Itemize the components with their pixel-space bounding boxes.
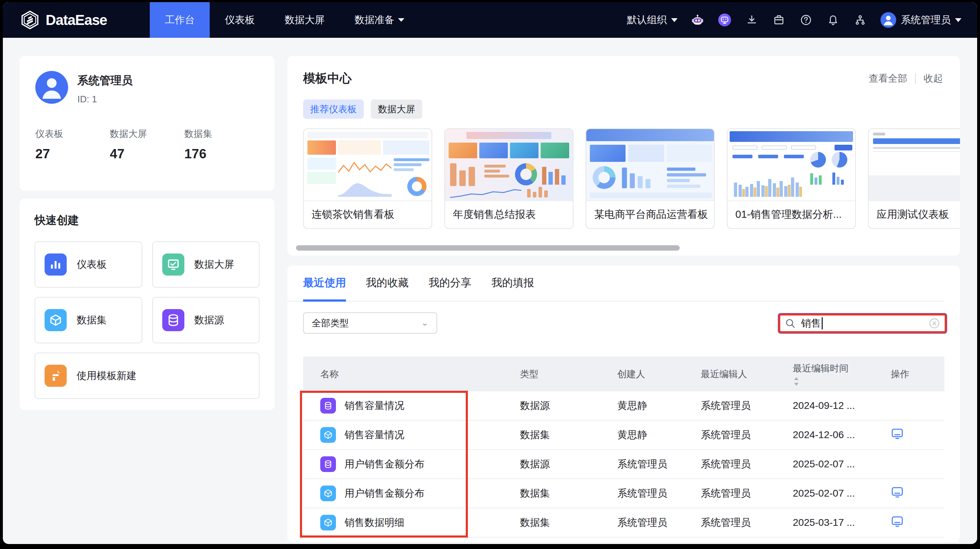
dataset-icon (320, 486, 336, 501)
org-tree-icon[interactable] (853, 13, 867, 27)
dataset-icon (320, 515, 336, 530)
create-from-template-button[interactable]: 使用模板新建 (35, 352, 259, 399)
table-header-row: 名称 类型 创建人 最近编辑人 最近编辑时间 操作 (303, 357, 944, 392)
datasource-icon (320, 456, 336, 472)
chevron-down-icon (955, 18, 961, 22)
template-card-list: 连锁茶饮销售看板 (303, 129, 960, 229)
quick-create-title: 快速创建 (35, 213, 259, 228)
dataease-workbench: DataEase 工作台 仪表板 数据大屏 数据准备 默认组织 (3, 2, 977, 544)
type-filter-select[interactable]: 全部类型 ⌄ (303, 312, 437, 334)
copilot-icon[interactable] (718, 13, 732, 27)
sort-icon[interactable] (793, 377, 800, 386)
col-creator: 创建人 (617, 368, 701, 380)
avatar (35, 71, 68, 104)
nav-tab-data-prep[interactable]: 数据准备 (339, 2, 419, 38)
stat-datasets: 数据集 176 (185, 128, 259, 162)
template-center-title: 模板中心 (303, 70, 352, 87)
template-card[interactable]: 应用测试仪表板 (868, 129, 960, 229)
stat-dashboards: 仪表板 27 (35, 128, 110, 162)
user-menu[interactable]: 系统管理员 (880, 12, 961, 28)
table-row[interactable]: 用户销售金额分布 数据集 系统管理员 系统管理员 2025-02-07 ... (303, 479, 944, 508)
view-all-link[interactable]: 查看全部 (869, 72, 907, 85)
main-nav-tabs: 工作台 仪表板 数据大屏 数据准备 (150, 2, 419, 38)
col-actions: 操作 (891, 368, 944, 380)
clear-search-icon[interactable] (928, 317, 940, 329)
tab-recommended-dashboards[interactable]: 推荐仪表板 (303, 100, 364, 119)
col-name: 名称 (320, 368, 520, 380)
recent-panel: 最近使用 我的收藏 我的分享 我的填报 全部类型 ⌄ 销售 (288, 266, 960, 542)
template-card[interactable]: 年度销售总结报表 (444, 129, 573, 229)
tab-recently-used[interactable]: 最近使用 (303, 276, 346, 301)
create-dashboard-button[interactable]: 仪表板 (35, 241, 142, 288)
toolbox-icon[interactable] (772, 13, 786, 27)
col-type: 类型 (520, 368, 617, 380)
chevron-down-icon: ⌄ (421, 319, 429, 328)
recent-table: 名称 类型 创建人 最近编辑人 最近编辑时间 操作 销售容 (303, 357, 944, 538)
text-cursor (822, 317, 823, 329)
profile-stats: 仪表板 27 数据大屏 47 数据集 176 (35, 128, 259, 162)
stat-bigscreens: 数据大屏 47 (110, 128, 185, 162)
tab-my-shares[interactable]: 我的分享 (429, 276, 471, 301)
search-input[interactable]: 销售 (778, 313, 947, 334)
chevron-down-icon (671, 18, 678, 22)
create-dataset-button[interactable]: 数据集 (35, 297, 142, 343)
template-icon (45, 365, 67, 387)
template-card[interactable]: 01-销售管理数据分析... (727, 129, 856, 229)
template-thumbnail (445, 129, 573, 201)
table-row[interactable]: 销售容量情况 数据源 黄思静 系统管理员 2024-09-12 ... (303, 392, 944, 420)
avatar (880, 12, 897, 28)
cube-icon (45, 309, 67, 331)
divider (915, 73, 916, 84)
search-value: 销售 (801, 317, 821, 330)
bar-chart-icon (45, 254, 67, 276)
table-row[interactable]: 销售数据明细 数据集 系统管理员 系统管理员 2025-03-17 ... (303, 508, 944, 538)
nav-tab-bigscreens[interactable]: 数据大屏 (270, 2, 339, 38)
create-bigscreen-button[interactable]: 数据大屏 (152, 241, 260, 288)
database-icon (162, 309, 185, 331)
recent-tabs: 最近使用 我的收藏 我的分享 我的填报 (288, 266, 944, 301)
template-thumbnail (586, 129, 714, 201)
preview-monitor-icon[interactable] (891, 486, 904, 498)
table-row[interactable]: 销售容量情况 数据集 黄思静 系统管理员 2024-12-06 ... (303, 420, 944, 450)
profile-card: 系统管理员 ID: 1 仪表板 27 数据大屏 47 数据集 176 (20, 56, 275, 191)
bell-icon[interactable] (826, 13, 840, 27)
template-thumbnail (727, 129, 855, 201)
download-icon[interactable] (745, 13, 759, 27)
screen-check-icon (162, 254, 185, 276)
brand-logo[interactable]: DataEase (20, 10, 107, 30)
search-icon (784, 317, 796, 329)
nav-tab-workbench[interactable]: 工作台 (150, 2, 210, 38)
collapse-link[interactable]: 收起 (924, 72, 943, 85)
navbar-right: 默认组织 (627, 12, 961, 28)
tab-bigscreen-templates[interactable]: 数据大屏 (371, 100, 422, 119)
col-edit-time[interactable]: 最近编辑时间 (793, 362, 891, 386)
template-center-panel: 模板中心 查看全部 收起 推荐仪表板 数据大屏 (288, 56, 960, 255)
help-icon[interactable] (799, 13, 813, 27)
brand-name: DataEase (46, 12, 107, 28)
dataset-icon (320, 427, 336, 443)
preview-monitor-icon[interactable] (891, 516, 904, 528)
template-card[interactable]: 连锁茶饮销售看板 (303, 129, 432, 229)
horizontal-scrollbar[interactable] (296, 245, 680, 251)
template-thumbnail (869, 129, 960, 201)
datasource-icon (320, 398, 336, 414)
dataease-logo-icon (20, 10, 40, 30)
template-thumbnail (304, 129, 431, 201)
tab-my-submissions[interactable]: 我的填报 (492, 276, 534, 301)
table-row[interactable]: 用户销售金额分布 数据源 系统管理员 系统管理员 2025-02-07 ... (303, 450, 944, 479)
ai-robot-icon[interactable] (690, 13, 705, 27)
template-card[interactable]: 某电商平台商品运营看板 (585, 129, 715, 229)
user-name: 系统管理员 (77, 73, 133, 88)
tab-my-favorites[interactable]: 我的收藏 (366, 276, 409, 301)
create-datasource-button[interactable]: 数据源 (152, 297, 260, 343)
col-editor: 最近编辑人 (701, 368, 793, 380)
org-switcher[interactable]: 默认组织 (627, 13, 678, 27)
chevron-down-icon (398, 18, 404, 22)
top-navbar: DataEase 工作台 仪表板 数据大屏 数据准备 默认组织 (3, 2, 977, 38)
user-id: ID: 1 (77, 94, 133, 105)
quick-create-card: 快速创建 仪表板 数据大屏 (20, 198, 275, 410)
nav-tab-dashboards[interactable]: 仪表板 (210, 2, 270, 38)
preview-monitor-icon[interactable] (891, 428, 904, 440)
